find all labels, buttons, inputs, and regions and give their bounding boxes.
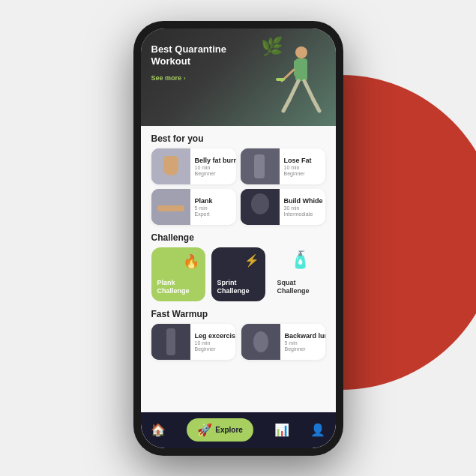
bfy-level-losefat: Beginner bbox=[284, 171, 321, 176]
warmup-img-leg bbox=[151, 324, 190, 360]
warmup-info-backward: Backward lun... 5 min Beginner bbox=[280, 329, 325, 355]
bfy-name-losefat: Lose Fat bbox=[284, 157, 321, 164]
challenge-card-plank[interactable]: 🔥 PlankChallenge bbox=[151, 247, 205, 301]
bfy-level-plank: Expert bbox=[195, 211, 232, 217]
fast-warmup-title: Fast Warmup bbox=[141, 301, 336, 324]
challenge-row: 🔥 PlankChallenge ⚡ SprintChallenge 🧴 Squ… bbox=[141, 247, 336, 301]
warmup-level-leg: Beginner bbox=[195, 346, 235, 352]
svg-line-4 bbox=[289, 81, 298, 100]
bfy-card-lose-fat[interactable]: Lose Fat 10 min Beginner bbox=[241, 148, 325, 184]
svg-point-22 bbox=[253, 331, 268, 352]
bfy-duration-build: 30 min bbox=[284, 205, 323, 211]
home-icon: 🏠 bbox=[151, 423, 166, 437]
svg-point-0 bbox=[295, 46, 307, 58]
chevron-icon: › bbox=[184, 75, 186, 82]
svg-rect-9 bbox=[276, 78, 285, 81]
nav-home[interactable]: 🏠 bbox=[151, 423, 166, 437]
svg-rect-3 bbox=[301, 60, 307, 76]
flame-icon: 🔥 bbox=[183, 253, 199, 270]
bfy-name-belly: Belly fat burner bbox=[195, 157, 236, 164]
svg-point-18 bbox=[251, 193, 269, 214]
sprint-challenge-label: SprintChallenge bbox=[217, 279, 250, 295]
warmup-duration-backward: 5 min bbox=[285, 340, 325, 346]
nav-explore[interactable]: 🚀 Explore bbox=[187, 418, 253, 442]
warmup-name-leg: Leg excercises bbox=[195, 332, 235, 340]
warmup-row: Leg excercises 10 min Beginner Backward … bbox=[141, 324, 336, 360]
bfy-info-plank: Plank 5 min Expert bbox=[190, 194, 236, 220]
warmup-name-backward: Backward lun... bbox=[285, 332, 325, 340]
warmup-card-backward[interactable]: Backward lun... 5 min Beginner bbox=[241, 324, 325, 360]
warmup-info-leg: Leg excercises 10 min Beginner bbox=[190, 329, 235, 355]
best-for-you-title: Best for you bbox=[141, 126, 336, 148]
bfy-img-build bbox=[241, 189, 280, 225]
svg-rect-16 bbox=[157, 205, 184, 211]
bfy-level-build: Intermediate bbox=[284, 211, 323, 217]
warmup-img-backward bbox=[241, 324, 280, 360]
challenge-card-sprint[interactable]: ⚡ SprintChallenge bbox=[211, 247, 265, 301]
svg-line-6 bbox=[283, 100, 289, 111]
hero-banner[interactable]: 🌿 Best Quarantine Workout See more › bbox=[141, 28, 336, 126]
phone-screen: 🌿 Best Quarantine Workout See more › bbox=[141, 28, 336, 448]
bfy-duration-plank: 5 min bbox=[195, 205, 232, 211]
sprint-icon: ⚡ bbox=[244, 253, 259, 268]
bfy-level-belly: Beginner bbox=[195, 171, 236, 176]
scroll-content: Best for you Belly fat burner 10 min Beg… bbox=[141, 126, 336, 412]
challenge-card-squat[interactable]: 🧴 SquatChallenge bbox=[271, 247, 313, 301]
bfy-info-losefat: Lose Fat 10 min Beginner bbox=[280, 154, 325, 179]
bfy-duration-belly: 10 min bbox=[195, 165, 236, 170]
plank-challenge-label: PlankChallenge bbox=[157, 279, 190, 295]
bfy-img-belly bbox=[151, 148, 190, 184]
nav-stats[interactable]: 📊 bbox=[274, 423, 289, 437]
challenge-section-title: Challenge bbox=[141, 225, 336, 247]
best-for-you-grid: Belly fat burner 10 min Beginner Lose Fa… bbox=[141, 148, 336, 225]
svg-line-5 bbox=[304, 81, 313, 100]
warmup-level-backward: Beginner bbox=[285, 346, 325, 352]
bottom-nav: 🏠 🚀 Explore 📊 👤 bbox=[141, 412, 336, 448]
bfy-name-plank: Plank bbox=[195, 197, 232, 205]
bfy-info-build: Build Whide 30 min Intermediate bbox=[280, 194, 325, 220]
svg-line-7 bbox=[313, 100, 319, 111]
bfy-img-losefat bbox=[241, 148, 280, 184]
hero-title: Best Quarantine Workout bbox=[151, 43, 249, 69]
explore-icon: 🚀 bbox=[197, 423, 212, 437]
svg-rect-12 bbox=[163, 156, 178, 169]
bfy-img-plank bbox=[151, 189, 190, 225]
svg-rect-14 bbox=[254, 154, 265, 178]
squat-challenge-label: SquatChallenge bbox=[277, 279, 310, 295]
bfy-card-belly-fat-burner[interactable]: Belly fat burner 10 min Beginner bbox=[151, 148, 236, 184]
explore-label: Explore bbox=[215, 426, 243, 434]
bfy-card-plank[interactable]: Plank 5 min Expert bbox=[151, 189, 236, 225]
warmup-duration-leg: 10 min bbox=[195, 340, 235, 346]
hero-text-block: Best Quarantine Workout See more › bbox=[151, 43, 249, 82]
see-more-link[interactable]: See more › bbox=[151, 74, 249, 82]
bfy-duration-losefat: 10 min bbox=[284, 165, 321, 170]
bfy-info-belly: Belly fat burner 10 min Beginner bbox=[190, 154, 236, 179]
bottle-icon: 🧴 bbox=[290, 250, 310, 270]
warmup-card-leg[interactable]: Leg excercises 10 min Beginner bbox=[151, 324, 235, 360]
hero-figure bbox=[268, 43, 328, 126]
bfy-card-build[interactable]: Build Whide 30 min Intermediate bbox=[241, 189, 325, 225]
bfy-name-build: Build Whide bbox=[284, 197, 323, 205]
stats-icon: 📊 bbox=[274, 423, 289, 437]
svg-rect-2 bbox=[294, 60, 300, 76]
phone-shell: 🌿 Best Quarantine Workout See more › bbox=[133, 21, 343, 456]
nav-profile[interactable]: 👤 bbox=[310, 423, 325, 437]
phone-wrapper: 🌿 Best Quarantine Workout See more › bbox=[133, 21, 343, 456]
svg-rect-20 bbox=[166, 328, 175, 355]
profile-icon: 👤 bbox=[310, 423, 325, 437]
